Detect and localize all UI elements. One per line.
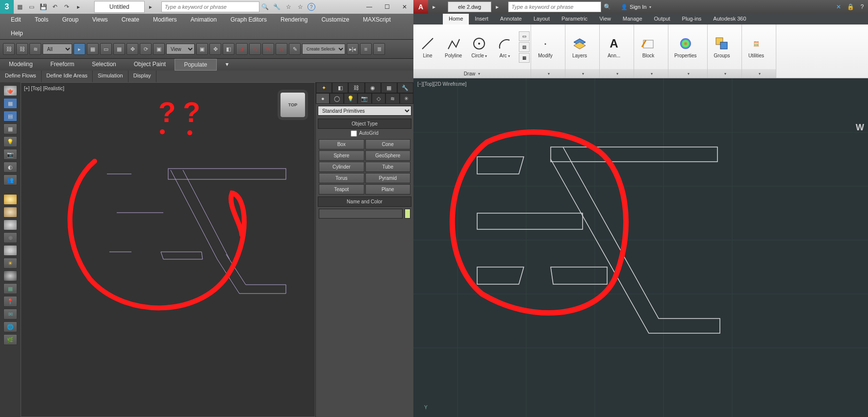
menu-edit[interactable]: Edit	[4, 14, 28, 25]
env-icon[interactable]: ▦	[3, 123, 17, 134]
wrench-icon[interactable]: 🔧	[272, 2, 282, 12]
open-icon[interactable]: ▭	[26, 2, 36, 12]
mirror-icon[interactable]: ▸|◂	[347, 43, 358, 55]
groups-button[interactable]: Groups	[711, 34, 733, 59]
layers-icon[interactable]: ≣	[373, 43, 385, 55]
hierarchy-tab-icon[interactable]: ⛓	[348, 82, 364, 93]
tab-manage[interactable]: Manage	[617, 14, 648, 25]
ann-button[interactable]: AAnn...	[603, 34, 625, 59]
select-object-icon[interactable]: ▸	[74, 43, 85, 55]
autogrid-checkbox[interactable]	[351, 130, 357, 137]
utilities-button[interactable]: 🧮Utilities	[745, 34, 767, 59]
groups-panel-expand[interactable]: ▾	[708, 69, 741, 78]
layers-panel-expand[interactable]: ▾	[565, 69, 599, 78]
sphere-button[interactable]: Sphere	[319, 150, 364, 161]
torus-button[interactable]: Torus	[319, 173, 364, 183]
render-setup-icon[interactable]: ▦	[3, 98, 17, 109]
modify-button[interactable]: ▪Modify	[534, 34, 557, 59]
sub-display[interactable]: Display	[128, 71, 156, 82]
menu-views[interactable]: Views	[85, 14, 115, 25]
max-logo-icon[interactable]: 3	[0, 0, 14, 14]
align-icon[interactable]: ≡	[360, 43, 372, 55]
grass-icon[interactable]: 🌿	[3, 334, 17, 345]
block-panel-expand[interactable]: ▾	[634, 69, 668, 78]
color-swatch[interactable]	[405, 209, 410, 219]
minimize-button[interactable]: —	[360, 0, 378, 14]
acad-tab-arrow-icon[interactable]: ▸	[492, 2, 502, 12]
angle-snap-icon[interactable]: ∩	[249, 43, 261, 55]
menu-rendering[interactable]: Rendering	[274, 14, 314, 25]
sub-simulation[interactable]: Simulation	[93, 71, 128, 82]
mode-populate[interactable]: Populate	[175, 59, 216, 71]
manip-icon[interactable]: ✥	[209, 43, 221, 55]
save-icon[interactable]: 💾	[38, 2, 48, 12]
name-color-rollout[interactable]: Name and Color	[318, 196, 411, 207]
rect-icon[interactable]: ▭	[519, 31, 530, 41]
cameras-cat-icon[interactable]: 📷	[357, 93, 371, 104]
menu-help[interactable]: Help	[4, 28, 30, 39]
select-region-icon[interactable]: ▭	[100, 43, 112, 55]
unlink-icon[interactable]: ⛓	[16, 43, 28, 55]
camera-icon[interactable]: 📷	[3, 149, 17, 160]
cone-icon[interactable]: ▲	[3, 245, 17, 256]
shapes-cat-icon[interactable]: ◯	[330, 93, 343, 104]
create-tab-icon[interactable]: ✦	[316, 82, 332, 93]
block-button[interactable]: Block	[637, 34, 660, 59]
menu-maxscript[interactable]: MAXScript	[356, 14, 398, 25]
menu-modifiers[interactable]: Modifiers	[146, 14, 184, 25]
display-tab-icon[interactable]: ▦	[381, 82, 397, 93]
pyramid-button[interactable]: Pyramid	[365, 173, 411, 183]
tab-parametric[interactable]: Parametric	[556, 14, 593, 25]
menu-grapheditors[interactable]: Graph Editors	[224, 14, 274, 25]
close-button[interactable]: ✕	[396, 0, 413, 14]
arc-button[interactable]: Arc▾	[493, 34, 516, 59]
qat-more-icon[interactable]: ▸	[74, 2, 83, 12]
modify-panel-expand[interactable]: ▾	[531, 69, 565, 78]
mail-icon[interactable]: ✉	[3, 309, 17, 319]
mode-dropdown-icon[interactable]: ▾	[217, 59, 237, 71]
window-crossing-icon[interactable]: ▦	[113, 43, 125, 55]
acad-logo-icon[interactable]: A	[413, 0, 428, 14]
menu-group[interactable]: Group	[55, 14, 85, 25]
acad-binoculars-icon[interactable]: 🔍	[602, 2, 612, 12]
layers-button[interactable]: Layers	[568, 34, 591, 59]
selection-filter[interactable]: All	[43, 44, 72, 54]
primitives-dropdown[interactable]: Standard Primitives	[318, 106, 411, 116]
circle-button[interactable]: Circle▾	[468, 34, 490, 59]
draw-panel-title[interactable]: Draw▾	[413, 69, 531, 78]
sphere-yellow-icon[interactable]	[3, 194, 17, 205]
tab-home[interactable]: Home	[443, 14, 469, 25]
ref-coord[interactable]: View	[166, 44, 195, 54]
menu-tools[interactable]: Tools	[28, 14, 55, 25]
tab-insert[interactable]: Insert	[469, 14, 494, 25]
tab-annotate[interactable]: Annotate	[494, 14, 528, 25]
star2-icon[interactable]: ☆	[296, 2, 306, 12]
help-icon[interactable]: ?	[307, 3, 315, 11]
tab-layout[interactable]: Layout	[528, 14, 556, 25]
hatch-icon[interactable]: ▨	[519, 42, 530, 52]
region-icon[interactable]: ▦	[519, 53, 530, 63]
menu-animation[interactable]: Animation	[184, 14, 224, 25]
ann-panel-expand[interactable]: ▾	[600, 69, 634, 78]
mode-modeling[interactable]: Modeling	[0, 59, 42, 71]
rotate-icon[interactable]: ⟳	[140, 43, 152, 55]
sphere-tan-icon[interactable]	[3, 207, 17, 218]
snap-3-icon[interactable]: 3	[236, 43, 248, 55]
select-name-icon[interactable]: ▦	[87, 43, 99, 55]
sphere-dark-icon[interactable]	[3, 270, 17, 281]
sphere-gray-icon[interactable]	[3, 220, 17, 230]
rendered-frame-icon[interactable]: ▤	[3, 111, 17, 122]
mode-freeform[interactable]: Freeform	[42, 59, 83, 71]
tab-a360[interactable]: Autodesk 360	[707, 14, 752, 25]
named-sel-set[interactable]: Create Selection S	[302, 44, 345, 54]
sub-defineidle[interactable]: Define Idle Areas	[42, 71, 93, 82]
tab-plugins[interactable]: Plug-ins	[676, 14, 708, 25]
teapot-icon[interactable]: 🫖	[3, 85, 17, 96]
sun-icon[interactable]: ☀	[3, 258, 17, 269]
systems-cat-icon[interactable]: ✳	[400, 93, 413, 104]
polyline-button[interactable]: Polyline	[442, 34, 465, 59]
half-moon-icon[interactable]: ◐	[3, 162, 17, 172]
snap-icon[interactable]: ◧	[223, 43, 234, 55]
binoculars-icon[interactable]: 🔍	[260, 2, 270, 12]
globe-icon[interactable]: 🌐	[3, 321, 17, 332]
